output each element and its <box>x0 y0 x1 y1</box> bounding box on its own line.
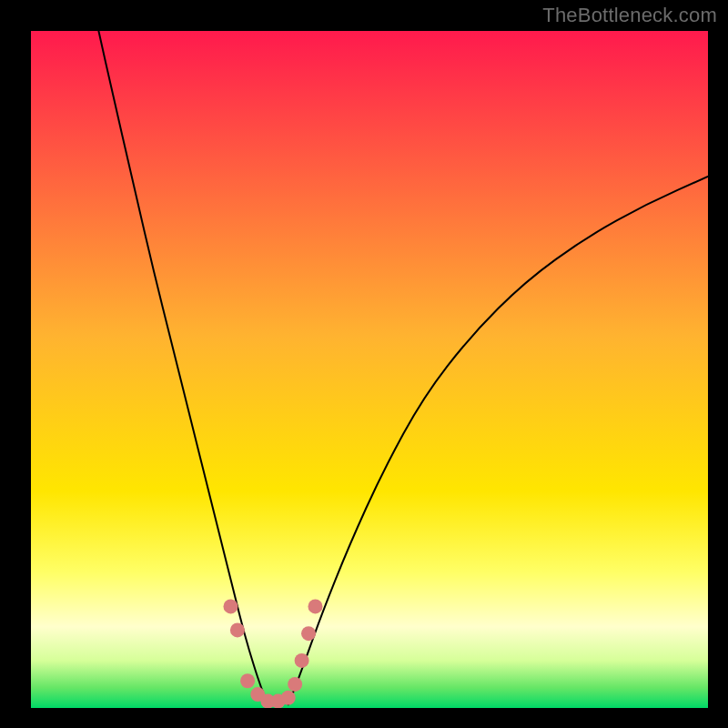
chart-svg <box>31 31 708 708</box>
marker-dot <box>308 599 322 613</box>
marker-dot <box>301 626 316 641</box>
watermark-text: TheBottleneck.com <box>542 4 717 27</box>
chart-frame: TheBottleneck.com <box>0 0 728 728</box>
marker-dot <box>223 599 238 613</box>
plot-area <box>31 31 708 708</box>
marker-dot <box>295 653 309 668</box>
marker-dot <box>288 677 302 692</box>
marker-dot <box>230 622 245 637</box>
gradient-background <box>31 31 708 708</box>
marker-dot <box>281 691 296 705</box>
marker-dot <box>240 673 255 688</box>
